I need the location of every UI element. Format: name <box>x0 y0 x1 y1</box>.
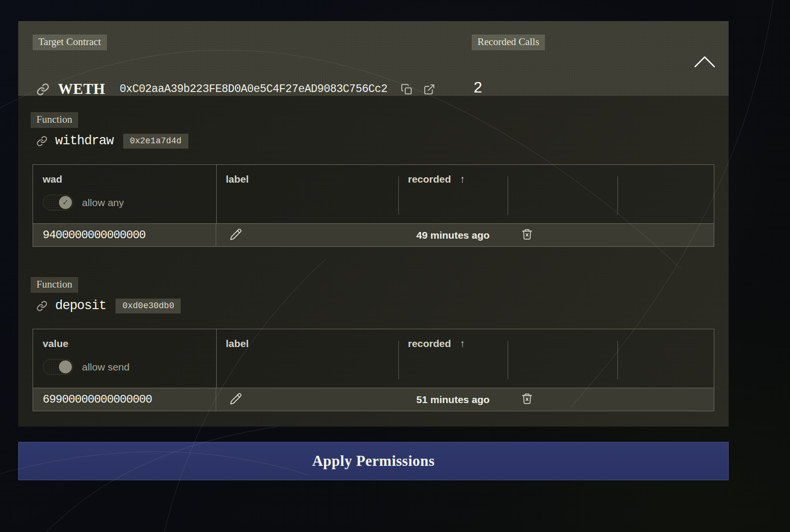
link-icon[interactable] <box>36 83 49 96</box>
apply-permissions-button[interactable]: Apply Permissions <box>18 442 729 480</box>
param-column-header: value allow send <box>33 329 216 388</box>
recorded-time: 51 minutes ago <box>398 394 508 405</box>
target-contract-label: Target Contract <box>33 35 107 50</box>
link-icon[interactable] <box>36 136 47 147</box>
recorded-call-value: 9400000000000000 <box>33 224 216 246</box>
function-withdraw-row: withdraw 0x2e1a7d4d <box>36 131 188 150</box>
allow-send-toggle[interactable] <box>43 359 73 375</box>
actions-column-header <box>508 329 617 388</box>
recorded-column-header[interactable]: recorded ↑ <box>398 165 508 223</box>
function-label: Function <box>31 112 78 128</box>
function-name: withdraw <box>55 134 114 148</box>
contract-address: 0xC02aaA39b223FE8D0A0e5C4F27eAD9083C756C… <box>119 83 387 95</box>
collapse-card-button[interactable] <box>692 54 718 71</box>
label-column-header: label <box>216 165 398 223</box>
function-selector-badge: 0x2e1a7d4d <box>123 134 188 149</box>
param-header-label: wad <box>43 173 62 185</box>
trash-icon <box>521 393 533 405</box>
edit-label-button[interactable] <box>216 393 398 407</box>
link-icon[interactable] <box>36 301 47 312</box>
allow-send-toggle-wrap: allow send <box>43 359 129 375</box>
recorded-call-value: 69900000000000000 <box>33 388 216 411</box>
open-explorer-button[interactable] <box>423 83 435 95</box>
label-column-header: label <box>216 329 398 388</box>
delete-call-button[interactable] <box>508 228 617 242</box>
copy-address-button[interactable] <box>401 83 413 95</box>
contract-name: WETH <box>58 81 105 98</box>
check-icon: ✓ <box>62 198 69 207</box>
toggle-label: allow send <box>82 361 129 373</box>
external-link-icon <box>423 83 435 95</box>
permissions-screen: Target Contract Recorded Calls WETH 0xC0… <box>0 0 790 532</box>
function-selector-badge: 0xd0e30db0 <box>116 299 181 313</box>
copy-icon <box>401 83 413 95</box>
actions-column-header <box>508 165 617 223</box>
spacer-column-header <box>617 165 714 223</box>
label-header-label: label <box>226 338 249 349</box>
toggle-knob: ✓ <box>59 196 72 209</box>
toggle-knob <box>59 360 72 373</box>
function-label: Function <box>31 277 78 293</box>
recorded-header-label: recorded <box>408 338 451 349</box>
table-row: 69900000000000000 51 minutes ago <box>33 388 714 411</box>
table-header: wad ✓ allow any label recorded ↑ <box>33 165 714 223</box>
contract-header: Target Contract Recorded Calls WETH 0xC0… <box>18 21 729 96</box>
arrow-up-icon: ↑ <box>460 173 465 185</box>
edit-label-button[interactable] <box>216 228 398 243</box>
allow-any-toggle[interactable]: ✓ <box>43 195 73 210</box>
pencil-icon <box>230 228 242 241</box>
table-row: 9400000000000000 49 minutes ago <box>33 223 714 246</box>
label-header-label: label <box>226 173 249 185</box>
trash-icon <box>521 228 533 240</box>
recorded-column-header[interactable]: recorded ↑ <box>398 329 508 388</box>
recorded-header-label: recorded <box>408 173 451 185</box>
withdraw-permissions-table: wad ✓ allow any label recorded ↑ <box>33 164 714 247</box>
allow-any-toggle-wrap: ✓ allow any <box>43 195 124 210</box>
function-name: deposit <box>55 299 106 313</box>
spacer-column-header <box>617 329 714 388</box>
arrow-up-icon: ↑ <box>460 338 465 349</box>
recorded-time: 49 minutes ago <box>398 230 508 241</box>
deposit-permissions-table: value allow send label recorded ↑ <box>33 329 714 411</box>
toggle-label: allow any <box>82 197 124 208</box>
table-header: value allow send label recorded ↑ <box>33 329 714 388</box>
param-column-header: wad ✓ allow any <box>33 165 216 223</box>
param-header-label: value <box>43 338 69 349</box>
function-deposit-row: deposit 0xd0e30db0 <box>36 296 181 315</box>
delete-call-button[interactable] <box>508 393 617 406</box>
target-contract-card: Target Contract Recorded Calls WETH 0xC0… <box>18 21 729 427</box>
recorded-calls-label: Recorded Calls <box>472 35 545 50</box>
chevron-up-icon <box>694 56 716 68</box>
pencil-icon <box>230 393 242 405</box>
recorded-calls-count: 2 <box>474 79 482 96</box>
